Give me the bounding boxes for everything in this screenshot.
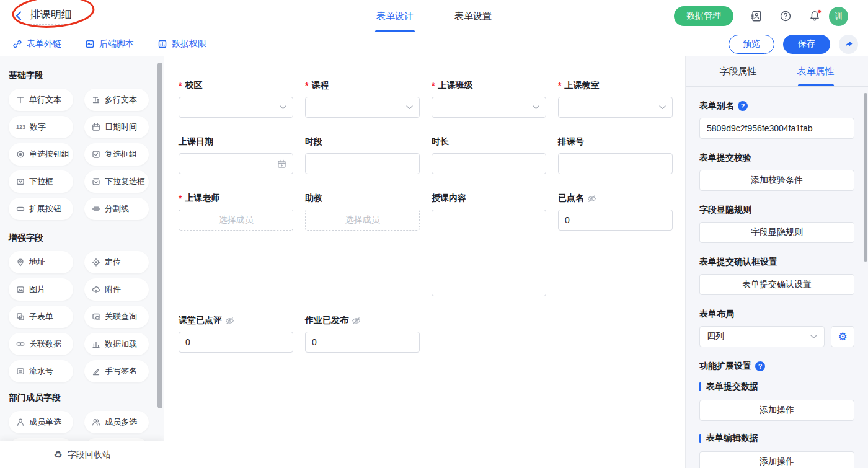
form-external-link[interactable]: 表单外链 xyxy=(12,38,61,50)
field-course[interactable]: *课程 xyxy=(305,80,420,118)
palette-item-linked-query[interactable]: 关联查询 xyxy=(84,306,149,328)
add-validation-button[interactable]: 添加校验条件 xyxy=(699,170,854,191)
help-icon[interactable]: ? xyxy=(755,361,765,371)
course-select[interactable] xyxy=(305,97,420,118)
notification-bell-icon[interactable] xyxy=(808,10,821,22)
extension-settings-label: 功能扩展设置 ? xyxy=(699,361,854,372)
edit-data-add-button[interactable]: 添加操作 xyxy=(699,451,854,468)
tab-form-settings[interactable]: 表单设置 xyxy=(453,0,493,32)
palette-item-extend-button[interactable]: 扩展按钮 xyxy=(9,198,73,220)
field-class-reviewed[interactable]: 课堂已点评 0 xyxy=(179,315,293,353)
field-assistant[interactable]: 助教 选择成员 xyxy=(305,193,420,231)
backend-script-link[interactable]: 后端脚本 xyxy=(85,38,134,50)
content-textarea[interactable] xyxy=(432,210,546,296)
palette-item-attachment[interactable]: 附件 xyxy=(84,278,149,301)
data-permission-link[interactable]: 数据权限 xyxy=(157,38,206,50)
field-classroom[interactable]: *上课教室 xyxy=(558,80,673,118)
field-campus[interactable]: *校区 xyxy=(179,80,293,118)
palette-item-label: 单选按钮组 xyxy=(29,149,69,160)
palette-item-radio-group[interactable]: 单选按钮组 xyxy=(9,143,73,166)
field-label: 上课教室 xyxy=(564,80,599,91)
palette-item-select[interactable]: 下拉框 xyxy=(9,170,73,193)
tab-form-design[interactable]: 表单设计 xyxy=(375,0,415,32)
palette-item-member-multi[interactable]: 成员多选 xyxy=(84,411,149,433)
assistant-member-picker[interactable]: 选择成员 xyxy=(305,210,420,231)
field-label: 助教 xyxy=(305,193,322,204)
campus-select[interactable] xyxy=(179,97,293,118)
properties-tabs: 字段属性 表单属性 xyxy=(699,56,854,86)
time-slot-input[interactable] xyxy=(305,153,420,174)
palette-item-member-single[interactable]: 成员单选 xyxy=(9,411,73,433)
member-placeholder: 选择成员 xyxy=(345,214,380,226)
submit-data-add-button[interactable]: 添加操作 xyxy=(699,400,854,421)
palette-item-serial-number[interactable]: 流水号 xyxy=(9,360,73,382)
data-manage-button[interactable]: 数据管理 xyxy=(674,6,733,26)
palette-item-label: 扩展按钮 xyxy=(29,203,61,214)
class-reviewed-input[interactable]: 0 xyxy=(179,332,293,353)
crosshair-icon xyxy=(92,258,100,267)
tab-form-properties[interactable]: 表单属性 xyxy=(777,56,854,86)
field-duration[interactable]: 时长 xyxy=(432,136,546,174)
field-label: 作业已发布 xyxy=(305,315,348,326)
palette-item-linked-data[interactable]: 关联数据 xyxy=(9,333,73,355)
palette-item-locate[interactable]: 定位 xyxy=(84,251,149,273)
palette-item-image[interactable]: 图片 xyxy=(9,278,73,301)
field-time-slot[interactable]: 时段 xyxy=(305,136,420,174)
field-class[interactable]: *上课班级 xyxy=(432,80,546,118)
contacts-icon[interactable] xyxy=(750,10,763,22)
eye-off-icon xyxy=(587,194,596,203)
schedule-no-input[interactable] xyxy=(558,153,673,174)
class-date-input[interactable] xyxy=(179,153,293,174)
teacher-member-picker[interactable]: 选择成员 xyxy=(179,210,293,231)
avatar[interactable]: 训 xyxy=(829,7,848,26)
share-button[interactable] xyxy=(839,35,858,54)
palette-item-data-load[interactable]: 数据加载 xyxy=(84,333,149,355)
field-recycle-bin[interactable]: ♻ 字段回收站 xyxy=(0,441,164,468)
roll-called-input[interactable]: 0 xyxy=(558,210,673,231)
palette-item-multi-select[interactable]: 下拉复选框 xyxy=(84,170,149,193)
layout-select[interactable]: 四列 xyxy=(699,326,825,347)
window-scrollbar[interactable] xyxy=(864,93,867,262)
palette-item-subform[interactable]: 子表单 xyxy=(9,306,73,328)
palette-item-signature[interactable]: 手写签名 xyxy=(84,360,149,382)
palette-item-single-line-text[interactable]: 单行文本 xyxy=(9,89,73,111)
form-row-1: *校区 *课程 *上课班级 *上课教室 xyxy=(179,80,685,118)
field-value: 0 xyxy=(312,337,317,347)
field-content[interactable]: 授课内容 xyxy=(432,193,546,296)
field-teacher[interactable]: *上课老师 选择成员 xyxy=(179,193,293,231)
field-homework-published[interactable]: 作业已发布 0 xyxy=(305,315,420,353)
palette-item-label: 日期时间 xyxy=(105,121,137,133)
recycle-icon: ♻ xyxy=(53,450,62,460)
calendar-icon xyxy=(92,123,100,131)
classroom-select[interactable] xyxy=(558,97,673,118)
homework-published-input[interactable]: 0 xyxy=(305,332,420,353)
palette-item-datetime[interactable]: 日期时间 xyxy=(84,116,149,138)
field-visibility-button[interactable]: 字段显隐规则 xyxy=(699,222,854,243)
field-roll-called[interactable]: 已点名 0 xyxy=(558,193,673,231)
select-icon xyxy=(16,177,25,186)
class-select[interactable] xyxy=(432,97,546,118)
palette-item-address[interactable]: 地址 xyxy=(9,251,73,273)
duration-input[interactable] xyxy=(432,153,546,174)
back-button[interactable] xyxy=(14,11,24,21)
palette-scrollbar[interactable] xyxy=(157,63,162,408)
layout-settings-button[interactable]: ⚙ xyxy=(831,326,854,347)
palette-item-number[interactable]: 123 数字 xyxy=(9,116,73,138)
palette-grid-basic: 单行文本 多行文本 123 数字 日期时间 单选按钮组 复选框组 xyxy=(9,89,164,220)
field-class-date[interactable]: 上课日期 xyxy=(179,136,293,174)
help-icon[interactable]: ? xyxy=(738,101,748,111)
submit-confirm-button[interactable]: 表单提交确认设置 xyxy=(699,274,854,295)
palette-item-checkbox-group[interactable]: 复选框组 xyxy=(84,143,149,166)
preview-button[interactable]: 预览 xyxy=(728,35,774,54)
tab-field-properties[interactable]: 字段属性 xyxy=(699,56,777,86)
palette-item-multi-line-text[interactable]: 多行文本 xyxy=(84,89,149,111)
palette-item-label: 成员多选 xyxy=(105,417,137,428)
field-schedule-no[interactable]: 排课号 xyxy=(558,136,673,174)
people-icon xyxy=(92,418,100,426)
palette-item-divider[interactable]: 分割线 xyxy=(84,198,149,220)
form-alias-input[interactable] xyxy=(699,118,854,139)
required-mark: * xyxy=(432,81,435,91)
save-button[interactable]: 保存 xyxy=(783,35,830,54)
help-icon[interactable] xyxy=(779,10,792,22)
divider xyxy=(800,11,800,22)
